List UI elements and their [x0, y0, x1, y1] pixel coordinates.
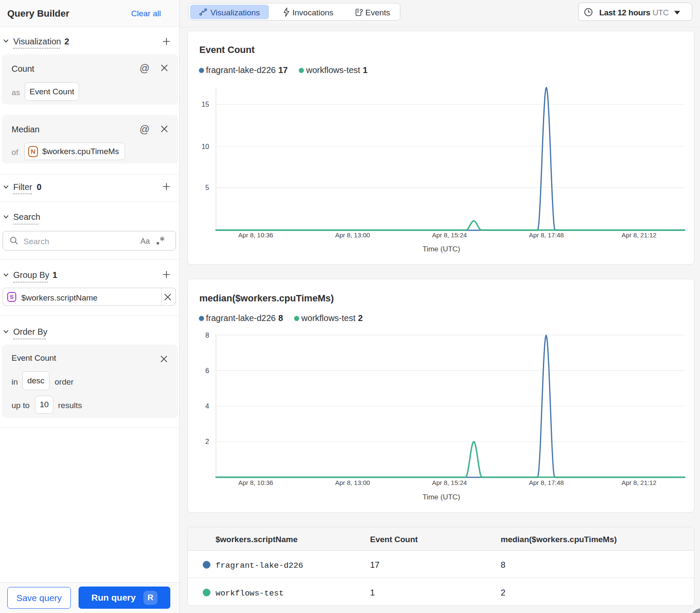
svg-text:15: 15: [201, 101, 209, 108]
svg-text:2: 2: [205, 438, 209, 445]
svg-text:4: 4: [205, 403, 209, 410]
svg-text:8: 8: [205, 332, 209, 339]
svg-text:Apr 8, 10:36: Apr 8, 10:36: [238, 231, 273, 239]
svg-text:Apr 8, 13:00: Apr 8, 13:00: [335, 479, 370, 486]
svg-text:6: 6: [205, 367, 209, 374]
svg-text:Apr 8, 15:24: Apr 8, 15:24: [432, 479, 467, 486]
svg-text:Apr 8, 13:00: Apr 8, 13:00: [335, 231, 370, 239]
svg-text:Apr 8, 21:12: Apr 8, 21:12: [621, 231, 656, 239]
svg-text:5: 5: [205, 184, 209, 191]
svg-text:Apr 8, 21:12: Apr 8, 21:12: [621, 479, 656, 486]
svg-text:Apr 8, 10:36: Apr 8, 10:36: [238, 479, 273, 486]
svg-text:Apr 8, 15:24: Apr 8, 15:24: [432, 231, 467, 239]
svg-text:Apr 8, 17:48: Apr 8, 17:48: [529, 231, 564, 239]
svg-text:Apr 8, 17:48: Apr 8, 17:48: [529, 479, 564, 486]
svg-text:Time (UTC): Time (UTC): [423, 493, 460, 501]
svg-text:10: 10: [201, 143, 209, 150]
svg-text:Time (UTC): Time (UTC): [423, 245, 460, 253]
